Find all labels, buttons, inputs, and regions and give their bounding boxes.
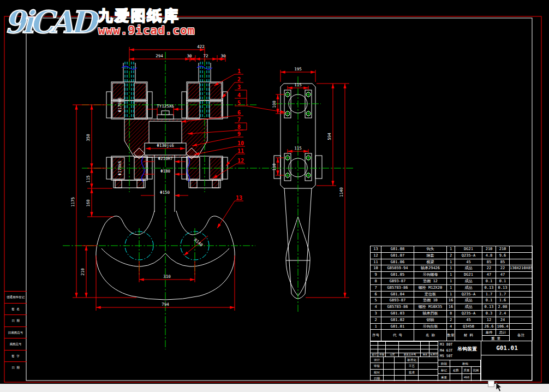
revision-label: 签名: [421, 353, 429, 357]
cell-code: GB5783-86: [381, 284, 414, 291]
parts-table-row: 7 GB5783-86 螺栓 M12X20 1 成品 0.13 0.13: [370, 284, 532, 291]
balloon-8: 8: [237, 124, 241, 130]
cell-item-no: 4: [370, 304, 381, 310]
revision-label: 处数: [378, 353, 386, 357]
mouse-cursor: [496, 383, 504, 392]
cell-total-weight: 22: [496, 265, 509, 271]
cell-remark: [509, 304, 532, 310]
header-total-weight: 总计: [496, 330, 509, 335]
parts-table-row: 13 G01.08 钩头 1 DG21 210 210: [370, 246, 532, 252]
cell-name: 轴承29426: [414, 265, 446, 271]
dim-594: 594: [327, 133, 332, 140]
signature-row: 设计 标准化: [371, 357, 438, 363]
dim-794: 794: [162, 302, 169, 307]
dim-195: 195: [294, 67, 302, 72]
cell-remark: 130X210X85: [509, 265, 532, 271]
cell-unit-weight: 0.13: [482, 284, 496, 291]
balloon-4: 4: [237, 92, 241, 98]
dim-100: 100: [272, 100, 277, 108]
sig-blank-1: [384, 357, 395, 363]
margin-block-label: 签 字: [4, 350, 27, 362]
cell-qty: 4: [446, 323, 455, 330]
parts-table-row: 1 G01.01 吊钩拉板 4 Q345B 26.6 106.4: [370, 323, 532, 330]
cell-code: GB93-87: [381, 278, 414, 284]
sig-blank-1: [384, 375, 395, 381]
parts-table-row: 6 G01.04 定位板 1 Q235-A 1.7 1.7: [370, 291, 532, 298]
sig-blank-2: [395, 357, 405, 363]
balloon-9: 9: [237, 131, 241, 137]
scale-cell: 比例: [472, 366, 481, 373]
parts-table-row: 3 G01.03 轴承挡板 8 Q235-A 0.3 2.4: [370, 310, 532, 317]
cad-sheet: 422 294 30 72 30 1175 350 115 160 210 31…: [0, 0, 549, 392]
cell-material: 成品: [455, 304, 482, 310]
cell-code: G01.05: [381, 271, 414, 278]
label-journal-upper: Φ170k6: [117, 97, 122, 112]
cell-name: 钩头: [414, 246, 446, 252]
header-no: 序号: [370, 329, 381, 341]
cell-remark: [509, 284, 532, 291]
parts-table-row: 12 G01.07 隔套 2 Q235-A 4.8 9.6: [370, 252, 532, 259]
sig-label-right: 标准化: [405, 357, 419, 363]
cell-total-weight: 2.4: [496, 310, 509, 317]
label-nut-dia: Φ130js6: [157, 143, 174, 148]
cell-material: Q235-A: [455, 252, 482, 259]
scale-row: 标记处数质量比例: [438, 366, 481, 373]
stage-row: 阶段 桥钩: [438, 360, 481, 366]
cell-total-weight: 0.13: [496, 284, 509, 291]
cell-name: 吊钩拉板: [414, 323, 446, 330]
model-m4: M4 63T: [440, 348, 452, 353]
revision-label: 年月日: [429, 353, 438, 357]
parts-table-row: 9 G01.05 吊钩螺母 1 DG21 47 47: [370, 271, 532, 278]
cell-remark: [509, 271, 532, 278]
dim-110: 110: [272, 163, 277, 171]
header-name: 名 称: [414, 329, 446, 341]
cell-material: 45: [455, 259, 482, 265]
title-right-section: G01.01: [481, 341, 533, 381]
cell-item-no: 12: [370, 252, 381, 259]
cell-material: 成品: [455, 297, 482, 304]
dim-30b: 30: [220, 54, 226, 58]
dim-30a: 30: [187, 54, 192, 58]
cell-material: 成品: [455, 265, 482, 271]
header-weight: 单件 总计 重 量: [482, 329, 509, 341]
balloon-12: 12: [237, 158, 244, 164]
signature-row: 审核 工艺: [371, 363, 438, 369]
margin-block-label: 日 期: [4, 314, 27, 326]
margin-block-label: 底图总号: [4, 338, 27, 350]
page-bottom-strip: [0, 384, 549, 392]
cell-qty: 16: [446, 297, 455, 304]
balloon-13: 13: [236, 195, 242, 201]
cell-total-weight: 0.1: [496, 278, 509, 284]
dim-1140: 1140: [339, 187, 344, 197]
header-weight-label: 重 量: [482, 336, 509, 341]
revision-label: 标记: [371, 353, 378, 357]
cell-unit-weight: 210: [482, 246, 496, 252]
cell-qty: 1: [446, 291, 455, 298]
sig-label-left: 校对: [371, 369, 384, 375]
cell-remark: [509, 310, 532, 317]
sig-blank-2: [395, 369, 405, 375]
watermark-logo: 9iCAD 九爱图纸库 www.9icad.com: [4, 1, 195, 43]
sig-label-left: 审核: [371, 363, 384, 369]
cell-item-no: 8: [370, 278, 381, 284]
logo-url: www.9icad.com: [98, 24, 195, 37]
parts-table-row: 4 GB5783-86 螺栓 M10X35 16 成品 0.13 2.08: [370, 304, 532, 310]
stage-label: 阶段: [438, 360, 450, 366]
cell-total-weight: 9.6: [496, 252, 509, 259]
cell-item-no: 3: [370, 310, 381, 317]
assembly-title: 吊钩装置: [453, 346, 481, 353]
cell-name: 销轴: [414, 317, 446, 323]
weight-cell: [472, 373, 481, 381]
weight-cell: 重量: [438, 373, 450, 381]
cell-unit-weight: 85: [482, 259, 496, 265]
cell-total-weight: 106.4: [496, 323, 509, 330]
cell-qty: 2: [446, 252, 455, 259]
cell-code: G01.03: [381, 310, 414, 317]
model-m5: M5 50T: [440, 354, 452, 358]
balloon-7: 7: [237, 117, 241, 123]
cell-material: Q345B: [455, 323, 482, 330]
cell-material: 成品: [455, 278, 482, 284]
weight-row: 重量498: [438, 373, 481, 381]
cell-name: 横梁: [414, 259, 446, 265]
sig-blank-3: [419, 369, 438, 375]
